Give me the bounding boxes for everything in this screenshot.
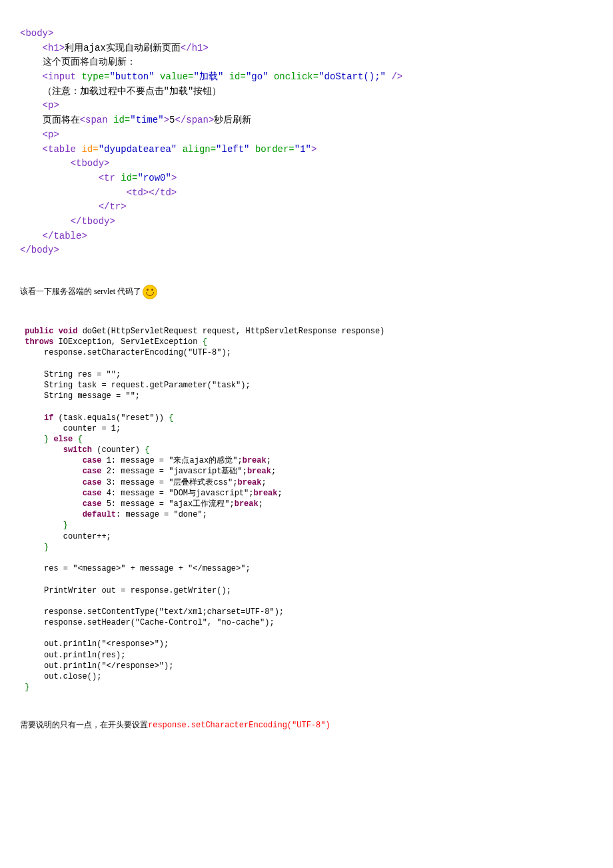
wink-emoji-icon [143,285,157,299]
code-text: <body> [20,28,53,39]
footer-note: 需要说明的只有一点，在开头要设置response.setCharacterEnc… [20,719,593,731]
java-code-block: public void doGet(HttpServletRequest req… [20,326,593,693]
highlighted-code: response.setCharacterEncoding("UTF-8") [148,721,330,730]
caption-servlet: 该看一下服务器端的 servlet 代码了 [20,285,593,299]
html-code-block: <body> <h1>利用ajax实现自动刷新页面</h1> 这个页面将自动刷新… [20,27,593,258]
